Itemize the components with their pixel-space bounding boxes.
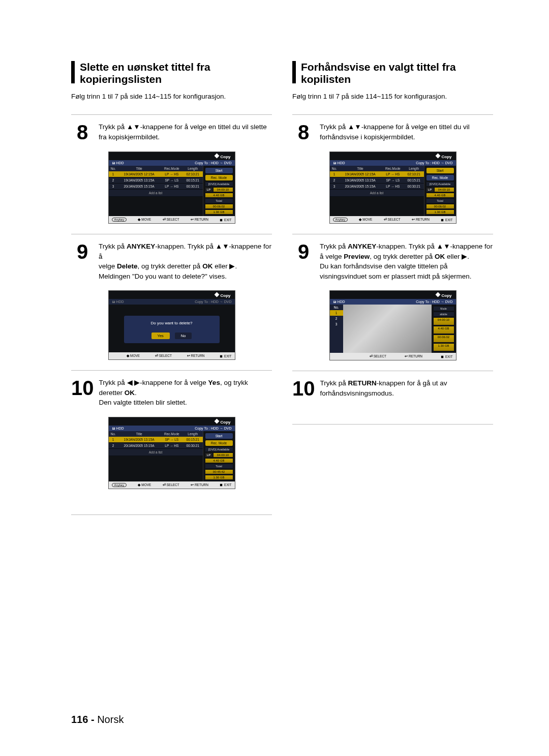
page-footer: 116 - Norsk — [71, 714, 124, 725]
osd-screenshot: Copy 🖭 HDDCopy To : HDD → DVD No.TitleRe… — [108, 417, 235, 489]
total-gb: 1.30 GB — [205, 210, 233, 214]
section-heading: Forhåndsvise en valgt tittel fra kopilis… — [292, 61, 493, 85]
recmode-button[interactable]: Rec. Mode — [426, 175, 454, 180]
step-10: 10 Trykk på RETURN-knappen for å gå ut a… — [292, 371, 493, 409]
title-table: No.TitleRec.ModeLength 119/JAN/2005 12:1… — [330, 166, 424, 190]
table-row[interactable]: 220/JAN/2005 15:15ALP → HS00:30:21 — [109, 442, 203, 448]
step-text: Trykk på ▲▼-knappene for å velge en titt… — [99, 122, 272, 142]
step-9: 9 Trykk på ANYKEY-knappen. Trykk på ▲▼-k… — [292, 234, 493, 371]
step-number: 10 — [71, 378, 94, 398]
confirm-dialog: Do you want to delete? Yes No — [124, 316, 220, 343]
step-number: 10 — [292, 378, 315, 399]
divider — [292, 424, 493, 425]
step-8: 8 Trykk på ▲▼-knappene for å velge en ti… — [71, 114, 272, 234]
diamond-icon — [435, 154, 440, 159]
right-column: Forhåndsvise en valgt tittel fra kopilis… — [292, 61, 493, 515]
heading-bar-icon — [292, 61, 296, 83]
add-list[interactable]: Add a list — [330, 190, 424, 197]
step-text: Trykk på RETURN-knappen for å gå ut av f… — [320, 378, 447, 398]
osd-screenshot: Copy 🖭 HDDCopy To : HDD → DVD No.TitleRe… — [329, 152, 456, 224]
add-list[interactable]: Add a list — [109, 449, 203, 456]
preview-window — [343, 305, 432, 353]
total-time: 00:06:02 — [205, 204, 233, 208]
start-button[interactable]: Start — [205, 168, 233, 173]
intro-text: Følg trinn 1 til 7 på side 114~115 for k… — [71, 93, 272, 100]
table-row[interactable]: 219/JAN/2005 13:15ASP → LS00:15:21 — [109, 177, 203, 184]
table-row[interactable]: 119/JAN/2005 12:15ALP → HS02:10:21 — [109, 171, 203, 177]
osd-screenshot: Copy 🖭 HDDCopy To : HDD → DVD No. 1 2 3 … — [329, 290, 456, 360]
step-10: 10 Trykk på ◀ ▶-knappene for å velge Yes… — [71, 370, 272, 499]
step-number: 9 — [71, 241, 94, 262]
total-label: Total — [205, 199, 233, 203]
intro-text: Følg trinn 1 til 7 på side 114~115 for k… — [292, 93, 493, 100]
start-button[interactable]: Start — [205, 433, 233, 439]
osd-title: Copy — [221, 155, 231, 159]
step-9: 9 Trykk på ANYKEY-knappen. Trykk på ▲▼-k… — [71, 234, 272, 370]
osd-footer: Anykey ◆ MOVE ⏎ SELECT ↩ RETURN ⏹ EXIT — [109, 481, 235, 489]
dialog-question: Do you want to delete? — [127, 321, 217, 325]
recmode-button[interactable]: Rec. Mode — [205, 175, 233, 180]
osd-screenshot: Copy 🖭 HDDCopy To : HDD → DVD No.TitleRe… — [108, 152, 235, 224]
start-button[interactable]: Start — [426, 168, 454, 173]
osd-sidebar: Start Rec. Mode [DVD] Available LP04:00:… — [203, 166, 235, 216]
osd-footer: ⏎ SELECT ↩ RETURN ⏹ EXIT — [330, 353, 456, 360]
step-number: 8 — [71, 122, 94, 142]
table-row[interactable]: 119/JAN/2005 12:15ALP → HS02:10:21 — [330, 171, 424, 177]
title-table: No.TitleRec.ModeLength 119/JAN/2005 12:1… — [109, 166, 203, 190]
osd-footer: ◆ MOVE ⏎ SELECT ↩ RETURN ⏹ EXIT — [109, 352, 235, 359]
section-title: Slette en uønsket tittel fra kopieringsl… — [80, 61, 272, 85]
divider — [71, 515, 272, 515]
title-table: No.TitleRec.ModeLength 119/JAN/2005 13:1… — [109, 431, 203, 449]
diamond-icon — [214, 154, 219, 159]
table-row[interactable]: 320/JAN/2005 15:15ALP → HS00:30:21 — [330, 184, 424, 190]
heading-bar-icon — [71, 61, 75, 83]
step-text: Trykk på ▲▼-knappene for å velge en titt… — [320, 122, 493, 142]
section-heading: Slette en uønsket tittel fra kopieringsl… — [71, 61, 272, 85]
page-columns: Slette en uønsket tittel fra kopieringsl… — [71, 61, 493, 515]
src-icon: 🖭 HDD — [112, 161, 124, 165]
available-gb: 4.40 GB — [205, 193, 233, 197]
left-column: Slette en uønsket tittel fra kopieringsl… — [71, 61, 272, 515]
table-row[interactable]: 119/JAN/2005 13:15ASP → LS00:15:21 — [109, 437, 203, 443]
available-label: [DVD] Available — [205, 182, 233, 186]
step-number: 9 — [292, 241, 315, 262]
osd-footer: Anykey ◆ MOVE ⏎ SELECT ↩ RETURN ⏹ EXIT — [330, 216, 456, 223]
no-button[interactable]: No — [175, 332, 192, 339]
step-text: Trykk på ◀ ▶-knappene for å velge Yes, o… — [99, 378, 248, 408]
table-row[interactable]: 219/JAN/2005 13:15ASP → LS00:15:21 — [330, 177, 424, 184]
step-number: 8 — [292, 122, 315, 142]
section-title: Forhåndsvise en valgt tittel fra kopilis… — [301, 61, 493, 85]
yes-button[interactable]: Yes — [151, 332, 170, 339]
diamond-icon — [435, 292, 440, 297]
step-text: Trykk på ANYKEY-knappen. Trykk på ▲▼-kna… — [99, 241, 272, 281]
recmode-button[interactable]: Rec. Mode — [205, 440, 233, 446]
diamond-icon — [214, 292, 219, 297]
step-8: 8 Trykk på ▲▼-knappene for å velge en ti… — [292, 114, 493, 234]
table-row[interactable]: 320/JAN/2005 15:15ALP → HS00:30:21 — [109, 184, 203, 190]
copy-direction: Copy To : HDD → DVD — [195, 161, 231, 165]
osd-footer: Anykey ◆ MOVE ⏎ SELECT ↩ RETURN ⏹ EXIT — [109, 216, 235, 223]
anykey-icon: Anykey — [112, 218, 127, 222]
diamond-icon — [214, 418, 219, 424]
step-text: Trykk på ANYKEY-knappen. Trykk på ▲▼-kna… — [320, 241, 493, 281]
osd-screenshot: Copy 🖭 HDDCopy To : HDD → DVD Do you wan… — [108, 290, 235, 360]
add-list[interactable]: Add a list — [109, 190, 203, 197]
